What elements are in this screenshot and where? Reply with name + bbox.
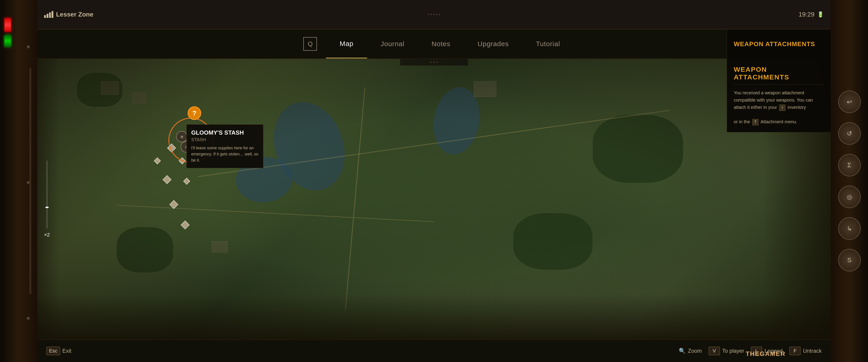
bottom-bar: Esc Exit 🔍 Zoom V To player L Legend F U… xyxy=(37,339,831,362)
battery-icon: 🔋 xyxy=(817,11,824,18)
q-label: Q xyxy=(308,40,313,48)
weapon-panel-attachment-label: Attachment menu. xyxy=(761,119,797,124)
right-btn-2[interactable]: ↺ xyxy=(838,122,861,145)
tab-upgrades-label: Upgrades xyxy=(477,40,509,48)
bottom-untrack[interactable]: F Untrack xyxy=(789,346,822,355)
to-player-label: To player xyxy=(722,348,744,354)
signal-bar-1 xyxy=(44,15,46,18)
dot-5 xyxy=(439,14,440,15)
indicator-green xyxy=(4,35,11,47)
map-top-decoration xyxy=(400,59,468,65)
main-area: Lesser Zone 19:29 🔋 Q Map Journal xyxy=(37,0,831,362)
menu-bar: Q Map Journal Notes Upgrades Tutorial WE… xyxy=(37,29,831,59)
dot-4 xyxy=(436,14,437,15)
diamond-6 xyxy=(169,200,178,209)
right-btn-6[interactable]: S xyxy=(838,249,861,272)
exit-key: Esc xyxy=(46,346,60,355)
tab-notes[interactable]: Notes xyxy=(418,29,464,58)
weapon-attachments-title: WEAPON ATTACHMENTS xyxy=(734,40,815,48)
map-marker-5[interactable] xyxy=(184,179,189,184)
screw-bot xyxy=(27,317,30,320)
dot xyxy=(433,61,435,63)
attachment-key-badge: T xyxy=(752,119,758,126)
diamond-7 xyxy=(181,220,190,229)
map-marker-6[interactable] xyxy=(170,201,177,208)
diamond-4 xyxy=(162,175,172,184)
npc-icon-1: ⊕ xyxy=(180,135,183,139)
tab-tutorial-label: Tutorial xyxy=(536,40,560,48)
tab-q[interactable]: Q xyxy=(294,29,326,58)
q-box: Q xyxy=(303,37,317,51)
untrack-key: F xyxy=(789,346,801,355)
untrack-label: Untrack xyxy=(803,348,822,354)
zoom-bar xyxy=(46,161,48,228)
indicator-red xyxy=(4,18,11,32)
right-btn-1[interactable]: ↩ xyxy=(838,90,861,113)
map-fog-bottom xyxy=(37,294,831,339)
right-btn-5[interactable]: ↳ xyxy=(838,217,861,240)
map-marker-2[interactable] xyxy=(155,158,160,163)
logo-suffix: GAMER xyxy=(760,350,785,357)
left-indicators xyxy=(4,18,11,47)
diamond-2 xyxy=(154,157,161,164)
right-btn-4[interactable]: ◎ xyxy=(838,186,861,208)
tab-tutorial[interactable]: Tutorial xyxy=(522,29,574,58)
tab-journal[interactable]: Journal xyxy=(367,29,418,58)
map-marker-4[interactable] xyxy=(164,176,170,183)
tooltip-title: GLOOMY'S STASH xyxy=(191,129,258,136)
left-strip xyxy=(29,68,31,294)
right-buttons: ↩ ↺ Σ ◎ ↳ S xyxy=(831,0,868,362)
content-area: ×2 ? xyxy=(37,59,831,339)
weapon-panel-connector: or in the xyxy=(734,119,750,124)
exit-label: Exit xyxy=(62,348,71,354)
map-tooltip: GLOOMY'S STASH STASH I'll leave some sup… xyxy=(186,124,264,168)
tab-map-label: Map xyxy=(340,40,353,48)
bottom-exit[interactable]: Esc Exit xyxy=(46,346,71,355)
tab-map[interactable]: Map xyxy=(326,29,367,58)
bottom-zoom[interactable]: 🔍 Zoom xyxy=(679,348,702,354)
quest-marker[interactable]: ? xyxy=(188,106,201,120)
signal-bars xyxy=(44,11,53,18)
signal-bar-2 xyxy=(46,14,49,18)
tab-journal-label: Journal xyxy=(381,40,404,48)
zoom-icon: 🔍 xyxy=(679,348,686,354)
signal-bar-3 xyxy=(49,12,51,18)
screw-top xyxy=(27,45,30,49)
right-border: ↩ ↺ Σ ◎ ↳ S xyxy=(831,0,868,362)
weapon-panel: WEAPON ATTACHMENTS You received a weapon… xyxy=(727,59,831,132)
top-status-bar: Lesser Zone 19:29 🔋 xyxy=(37,0,831,29)
time-display: 19:29 xyxy=(799,11,814,18)
weapon-panel-text: You received a weapon attachment compati… xyxy=(734,89,824,126)
bottom-left: Esc Exit xyxy=(46,346,71,355)
signal-bar-4 xyxy=(52,11,53,18)
weapon-panel-inventory-label: inventory xyxy=(787,105,806,110)
zone-name: Lesser Zone xyxy=(56,11,93,18)
tooltip-subtitle: STASH xyxy=(191,137,258,142)
to-player-key: V xyxy=(709,346,720,355)
npc-marker-1: ⊕ xyxy=(176,131,187,142)
weapon-panel-title: WEAPON ATTACHMENTS xyxy=(734,65,824,85)
zoom-indicator xyxy=(45,207,49,208)
logo-prefix: THE xyxy=(746,350,760,357)
bottom-to-player[interactable]: V To player xyxy=(709,346,744,355)
tab-notes-label: Notes xyxy=(432,40,450,48)
inventory-key-badge: I xyxy=(779,105,785,111)
zoom-level: ×2 xyxy=(44,232,50,238)
dot-3 xyxy=(433,14,435,15)
dot xyxy=(430,61,432,63)
tooltip-text: I'll leave some supplies here for an eme… xyxy=(191,145,258,163)
map-zoom-control: ×2 xyxy=(44,161,50,238)
map-marker-7[interactable] xyxy=(182,222,188,228)
thegamer-logo: THEGAMER xyxy=(746,350,785,358)
dot xyxy=(436,61,438,63)
quest-icon: ? xyxy=(188,106,201,120)
dot-2 xyxy=(431,14,432,15)
weapon-attachments-header: WEAPON ATTACHMENTS xyxy=(727,29,831,59)
tab-upgrades[interactable]: Upgrades xyxy=(464,29,522,58)
left-border xyxy=(0,0,37,362)
right-btn-3[interactable]: Σ xyxy=(838,154,861,176)
map-top-dots xyxy=(430,61,438,63)
topbar-dots xyxy=(428,14,440,15)
dot-1 xyxy=(428,14,429,15)
time-area: 19:29 🔋 xyxy=(799,11,824,18)
